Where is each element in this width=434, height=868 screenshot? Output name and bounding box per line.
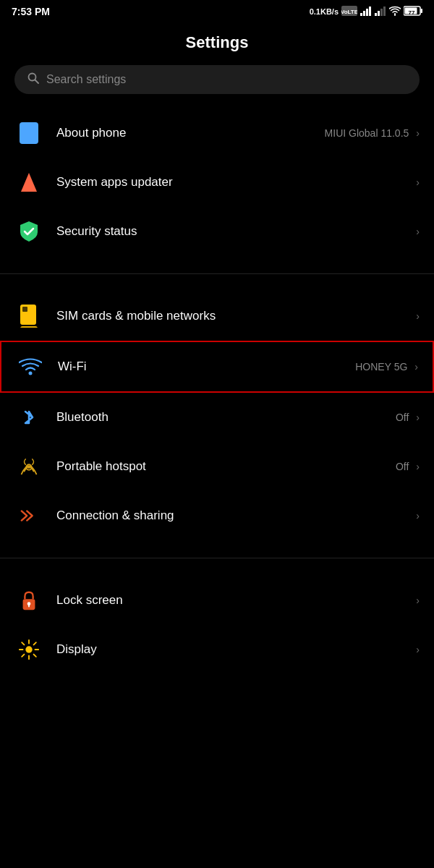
about-phone-label: About phone bbox=[56, 126, 126, 140]
display-chevron: › bbox=[416, 644, 420, 655]
security-status-label: Security status bbox=[56, 224, 137, 239]
status-time: 7:53 PM bbox=[12, 6, 50, 17]
signal-bars-1 bbox=[360, 6, 372, 17]
search-placeholder: Search settings bbox=[46, 73, 126, 86]
svg-rect-19 bbox=[22, 307, 27, 312]
lock-screen-chevron: › bbox=[416, 595, 420, 606]
status-icons: 0.1KB/s VoLTE bbox=[310, 6, 422, 17]
section-system: About phone MIUI Global 11.0.5 › System … bbox=[0, 109, 434, 256]
hotspot-chevron: › bbox=[416, 461, 420, 472]
svg-line-15 bbox=[35, 80, 39, 84]
connection-label: Connection & sharing bbox=[56, 509, 174, 523]
svg-line-32 bbox=[22, 642, 24, 644]
svg-rect-2 bbox=[360, 13, 362, 16]
phone-icon bbox=[14, 119, 43, 148]
settings-item-system-apps-updater[interactable]: System apps updater › bbox=[0, 158, 434, 207]
sim-cards-label: SIM cards & mobile networks bbox=[56, 309, 216, 323]
bluetooth-label: Bluetooth bbox=[56, 410, 109, 425]
bluetooth-chevron: › bbox=[416, 412, 420, 423]
svg-rect-11 bbox=[421, 9, 423, 13]
system-apps-label: System apps updater bbox=[56, 175, 173, 190]
svg-rect-16 bbox=[20, 122, 38, 144]
display-icon bbox=[14, 635, 43, 664]
svg-rect-26 bbox=[28, 604, 30, 608]
wifi-label: Wi-Fi bbox=[58, 359, 87, 374]
spacer-4 bbox=[0, 563, 434, 576]
settings-item-lock-screen[interactable]: Lock screen › bbox=[0, 576, 434, 625]
display-label: Display bbox=[56, 642, 97, 657]
svg-rect-7 bbox=[378, 11, 380, 16]
settings-item-hotspot[interactable]: Portable hotspot Off › bbox=[0, 442, 434, 491]
wifi-icon bbox=[16, 352, 45, 381]
svg-point-27 bbox=[25, 646, 32, 652]
sim-cards-chevron: › bbox=[416, 310, 420, 322]
lock-screen-label: Lock screen bbox=[56, 593, 123, 608]
settings-item-security-status[interactable]: Security status › bbox=[0, 207, 434, 256]
arrow-up-icon bbox=[14, 168, 43, 197]
svg-rect-4 bbox=[366, 9, 368, 16]
security-status-chevron: › bbox=[416, 226, 420, 237]
bluetooth-icon bbox=[14, 403, 43, 432]
wifi-chevron: › bbox=[414, 361, 418, 373]
settings-item-wifi[interactable]: Wi-Fi HONEY 5G › bbox=[0, 341, 434, 393]
system-apps-chevron: › bbox=[416, 176, 420, 188]
section-display: Lock screen › Display bbox=[0, 576, 434, 674]
divider-1 bbox=[0, 273, 434, 274]
settings-item-display[interactable]: Display › bbox=[0, 625, 434, 674]
connection-icon bbox=[14, 501, 43, 530]
hotspot-label: Portable hotspot bbox=[56, 459, 146, 474]
svg-line-35 bbox=[22, 655, 24, 657]
hotspot-value: Off bbox=[396, 461, 409, 472]
svg-rect-5 bbox=[369, 7, 371, 16]
network-type: VoLTE bbox=[341, 6, 357, 17]
settings-item-about-phone[interactable]: About phone MIUI Global 11.0.5 › bbox=[0, 109, 434, 158]
signal-bars-2 bbox=[375, 6, 386, 17]
svg-marker-17 bbox=[21, 173, 37, 192]
svg-rect-8 bbox=[380, 9, 383, 16]
bluetooth-value: Off bbox=[396, 412, 409, 423]
svg-point-23 bbox=[27, 466, 30, 469]
svg-rect-6 bbox=[375, 13, 377, 16]
status-bar: 7:53 PM 0.1KB/s VoLTE bbox=[0, 0, 434, 23]
connection-chevron: › bbox=[416, 510, 420, 522]
about-phone-value: MIUI Global 11.0.5 bbox=[325, 127, 409, 139]
spacer-2 bbox=[0, 278, 434, 292]
section-connectivity: SIM cards & mobile networks › Wi-Fi HONE… bbox=[0, 292, 434, 540]
battery-icon: 77 bbox=[404, 6, 422, 17]
lock-icon bbox=[14, 586, 43, 615]
data-speed: 0.1KB/s bbox=[310, 7, 339, 16]
search-bar[interactable]: Search settings bbox=[14, 65, 420, 94]
hotspot-icon bbox=[14, 452, 43, 481]
page-title: Settings bbox=[0, 23, 434, 65]
shield-icon bbox=[14, 217, 43, 246]
settings-item-sim-cards[interactable]: SIM cards & mobile networks › bbox=[0, 292, 434, 341]
svg-rect-3 bbox=[363, 11, 365, 16]
wifi-value: HONEY 5G bbox=[355, 361, 407, 373]
sim-icon bbox=[14, 302, 43, 331]
svg-text:77: 77 bbox=[409, 9, 415, 16]
svg-line-34 bbox=[34, 642, 36, 644]
about-phone-chevron: › bbox=[416, 127, 420, 139]
spacer-3 bbox=[0, 540, 434, 553]
settings-item-bluetooth[interactable]: Bluetooth Off › bbox=[0, 393, 434, 442]
svg-rect-20 bbox=[20, 326, 38, 328]
divider-2 bbox=[0, 558, 434, 558]
svg-line-33 bbox=[34, 655, 36, 657]
svg-rect-9 bbox=[383, 7, 386, 16]
svg-text:VoLTE: VoLTE bbox=[341, 9, 357, 15]
settings-item-connection-sharing[interactable]: Connection & sharing › bbox=[0, 491, 434, 540]
svg-point-21 bbox=[29, 372, 33, 375]
search-icon bbox=[27, 72, 39, 87]
wifi-status-icon bbox=[389, 6, 401, 17]
spacer-1 bbox=[0, 256, 434, 269]
